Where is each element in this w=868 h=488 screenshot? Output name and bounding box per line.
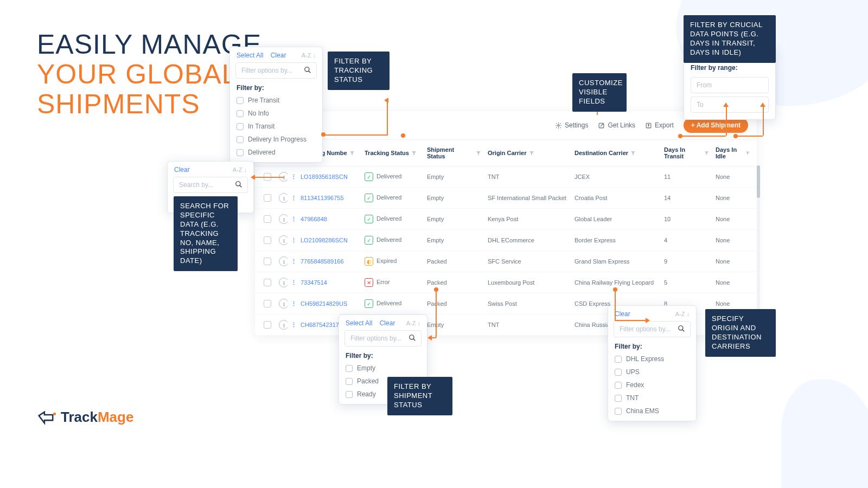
tracking-number-link[interactable]: LO18935618SCN	[301, 174, 348, 180]
row-checkbox[interactable]	[264, 215, 271, 223]
days-in-transit-value: 11	[661, 168, 712, 185]
shipment-status-value: Empty	[424, 189, 484, 207]
headline: Easily Manage Your Global Shipments	[37, 30, 261, 119]
col-days-in-transit[interactable]: Days In Transit	[661, 140, 712, 166]
sort-toggle[interactable]: A-Z ↓	[675, 311, 690, 317]
svg-line-4	[240, 185, 242, 188]
clear-link[interactable]: Clear	[174, 166, 190, 174]
tracking-number-link[interactable]: LO21098286SCN	[301, 237, 348, 243]
row-menu[interactable]: ⋮	[291, 237, 297, 243]
sort-toggle[interactable]: A-Z ↓	[302, 52, 316, 59]
barcode-icon[interactable]: |||	[279, 299, 288, 309]
tracking-number-link[interactable]: 47966848	[301, 216, 327, 222]
filter-option[interactable]: Fedex	[608, 378, 696, 391]
filter-option[interactable]: No Info	[230, 107, 322, 120]
sort-toggle[interactable]: A-Z ↓	[233, 166, 247, 173]
scrollbar[interactable]	[757, 165, 760, 314]
row-checkbox[interactable]	[264, 258, 271, 265]
row-checkbox[interactable]	[264, 300, 271, 307]
filter-option[interactable]: Empty	[339, 362, 427, 375]
clear-link[interactable]: Clear	[380, 319, 395, 327]
filter-option[interactable]: TNT	[608, 391, 696, 404]
barcode-icon[interactable]: |||	[279, 235, 288, 245]
status-icon: ✓	[365, 172, 373, 181]
shipment-status-value: Empty	[424, 168, 484, 185]
row-checkbox[interactable]	[264, 173, 271, 181]
status-icon: ✕	[365, 278, 373, 287]
col-destination-carrier[interactable]: Destination Carrier	[571, 140, 661, 166]
row-checkbox[interactable]	[264, 279, 271, 286]
settings-button[interactable]: Settings	[555, 121, 588, 129]
range-to-input[interactable]	[691, 97, 769, 113]
row-menu[interactable]: ⋮	[291, 300, 297, 307]
filter-option[interactable]: In Transit	[230, 120, 322, 133]
tracking-status-value: Delivered	[376, 173, 401, 179]
row-menu[interactable]: ⋮	[291, 279, 297, 286]
days-in-idle-value: None	[712, 189, 753, 207]
shipment-status-value: Empty	[424, 232, 484, 249]
filter-by-label: Filter by:	[230, 82, 322, 94]
filter-option[interactable]: Pre Transit	[230, 94, 322, 107]
col-tracking-status[interactable]: Tracking Status	[361, 140, 424, 166]
checkbox-icon	[615, 356, 622, 363]
range-from-input[interactable]	[691, 77, 769, 93]
checkbox-icon	[237, 136, 244, 143]
svg-point-9	[558, 124, 559, 126]
filter-option[interactable]: UPS	[608, 365, 696, 378]
checkbox-icon	[237, 110, 244, 117]
select-all-link[interactable]: Select All	[346, 319, 372, 327]
destination-carrier-value: China Railway Flying Leopard	[571, 274, 661, 291]
barcode-icon[interactable]: |||	[279, 320, 288, 330]
logo: TrackMage	[38, 409, 133, 426]
search-icon	[304, 66, 311, 75]
checkbox-icon	[615, 369, 622, 376]
days-in-idle-value: None	[712, 168, 753, 185]
row-menu[interactable]: ⋮	[291, 216, 297, 222]
svg-point-5	[410, 335, 414, 339]
sort-toggle[interactable]: A-Z ↓	[406, 320, 420, 326]
tracking-number-link[interactable]: CH598214829US	[301, 300, 347, 307]
export-button[interactable]: Export	[645, 121, 674, 129]
checkbox-icon	[346, 378, 353, 385]
col-origin-carrier[interactable]: Origin Carrier	[484, 140, 571, 166]
destination-carrier-value: Grand Slam Express	[571, 253, 661, 270]
filter-option[interactable]: Delivery In Progress	[230, 133, 322, 146]
row-checkbox[interactable]	[264, 321, 271, 329]
clear-link[interactable]: Clear	[615, 310, 630, 318]
barcode-icon[interactable]: |||	[279, 172, 288, 182]
barcode-icon[interactable]: |||	[279, 278, 288, 287]
days-in-idle-value: None	[712, 210, 753, 228]
checkbox-icon	[615, 395, 622, 402]
svg-point-0	[53, 412, 56, 415]
col-days-in-idle[interactable]: Days In Idle	[712, 140, 753, 166]
status-icon: ◐	[365, 257, 373, 266]
row-menu[interactable]: ⋮	[291, 258, 297, 265]
select-all-link[interactable]: Select All	[237, 52, 263, 59]
col-shipment-status[interactable]: Shipment Status	[424, 140, 484, 166]
row-checkbox[interactable]	[264, 194, 271, 202]
origin-carrier-value: Luxembourg Post	[484, 274, 571, 291]
barcode-icon[interactable]: |||	[279, 256, 288, 266]
filter-option[interactable]: Delivered	[230, 146, 322, 159]
barcode-icon[interactable]: |||	[279, 193, 288, 203]
tracking-status-value: Delivered	[376, 194, 401, 201]
destination-carrier-value: Croatia Post	[571, 189, 661, 207]
tracking-status-value: Expired	[376, 258, 397, 264]
origin-carrier-value: Kenya Post	[484, 210, 571, 228]
clear-link[interactable]: Clear	[271, 52, 286, 59]
filter-by-label: Filter by:	[339, 350, 427, 362]
row-menu[interactable]: ⋮	[291, 195, 297, 201]
add-shipment-button[interactable]: + Add Shipment	[684, 118, 748, 133]
tracking-number-link[interactable]: 73347514	[301, 279, 327, 286]
callout-carriers: Specify origin and destination carriers	[705, 309, 776, 357]
tracking-number-link[interactable]: 8113411396755	[301, 195, 344, 201]
get-links-button[interactable]: Get Links	[598, 121, 635, 129]
row-menu[interactable]: ⋮	[291, 174, 297, 180]
row-checkbox[interactable]	[264, 236, 271, 244]
filter-option[interactable]: China EMS	[608, 404, 696, 418]
barcode-icon[interactable]: |||	[279, 214, 288, 224]
export-icon	[645, 122, 652, 129]
tracking-number-link[interactable]: 7765848589166	[301, 258, 344, 265]
row-menu[interactable]: ⋮	[291, 322, 297, 328]
filter-option[interactable]: DHL Express	[608, 352, 696, 365]
